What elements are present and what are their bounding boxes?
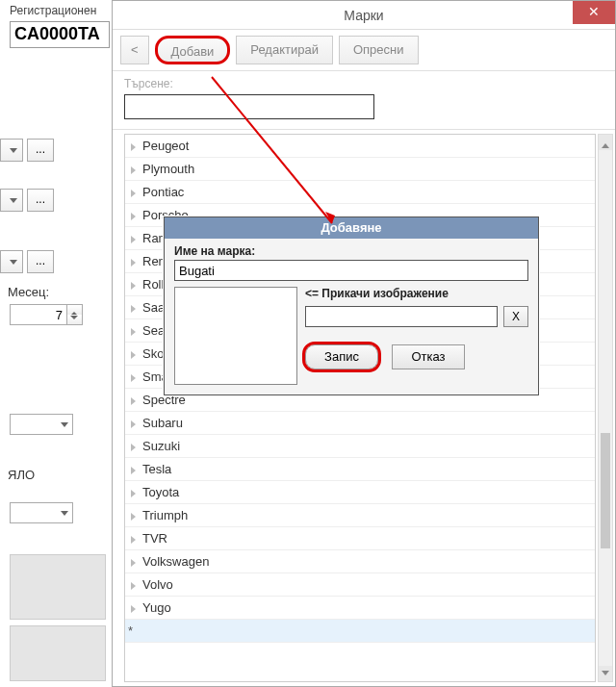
month-input[interactable] [10, 304, 67, 325]
search-area: Търсене: [113, 71, 615, 130]
list-item[interactable]: Toyota [125, 481, 595, 504]
search-label: Търсене: [124, 77, 603, 90]
name-label: Име на марка: [174, 244, 528, 258]
list-item[interactable]: Pontiac [125, 181, 595, 204]
background-form: Регистрационен CA0000TA ... ... ... Месе… [0, 0, 116, 687]
month-label: Месец: [8, 285, 49, 299]
titlebar: Марки ✕ [113, 1, 615, 30]
save-button[interactable]: Запис [305, 344, 378, 369]
list-item[interactable]: Yugo [125, 597, 595, 620]
list-item[interactable]: TVR [125, 527, 595, 550]
list-item[interactable]: Volkswagen [125, 550, 595, 573]
scroll-down[interactable] [599, 666, 612, 681]
combo-2[interactable] [0, 189, 23, 212]
list-item[interactable]: Peugeot [125, 135, 595, 158]
browse-2-button[interactable]: ... [27, 189, 54, 212]
registration-label: Регистрационен [10, 4, 96, 17]
attach-path-input[interactable] [305, 306, 498, 327]
scrollbar[interactable] [598, 134, 613, 682]
yalo-label: ЯЛО [8, 468, 35, 482]
scroll-thumb[interactable] [601, 433, 610, 548]
new-row[interactable] [125, 620, 595, 643]
scroll-up[interactable] [599, 135, 612, 150]
grey-box-1 [10, 554, 106, 620]
clear-attach-button[interactable]: X [503, 306, 528, 327]
list-item[interactable]: Suzuki [125, 435, 595, 458]
list-item[interactable]: Tesla [125, 458, 595, 481]
month-spinner[interactable] [67, 304, 83, 325]
edit-button[interactable]: Редактирай [236, 36, 333, 64]
brand-name-input[interactable] [174, 260, 528, 281]
list-item[interactable]: Plymouth [125, 158, 595, 181]
window-title: Марки [113, 1, 615, 30]
registration-input[interactable]: CA0000TA [10, 21, 110, 48]
combo-4[interactable] [10, 414, 73, 435]
add-dialog: Добавяне Име на марка: <= Прикачи изобра… [164, 216, 539, 395]
cancel-button[interactable]: Отказ [392, 344, 465, 369]
close-button[interactable]: ✕ [573, 1, 615, 24]
combo-1[interactable] [0, 139, 23, 162]
grey-box-2 [10, 625, 106, 681]
browse-3-button[interactable]: ... [27, 250, 54, 273]
dialog-title: Добавяне [165, 217, 538, 239]
month-stepper[interactable] [10, 304, 83, 325]
list-item[interactable]: Triumph [125, 504, 595, 527]
combo-5[interactable] [10, 502, 73, 523]
list-item[interactable]: Subaru [125, 412, 595, 435]
attach-label: <= Прикачи изображение [305, 287, 528, 300]
image-preview [174, 287, 297, 385]
browse-1-button[interactable]: ... [27, 139, 54, 162]
list-item[interactable]: Volvo [125, 573, 595, 597]
toolbar: < Добави Редактирай Опресни [113, 30, 615, 71]
back-button[interactable]: < [120, 36, 149, 64]
combo-3[interactable] [0, 250, 23, 273]
refresh-button[interactable]: Опресни [339, 36, 419, 64]
search-input[interactable] [124, 94, 374, 119]
add-button[interactable]: Добави [155, 36, 231, 64]
